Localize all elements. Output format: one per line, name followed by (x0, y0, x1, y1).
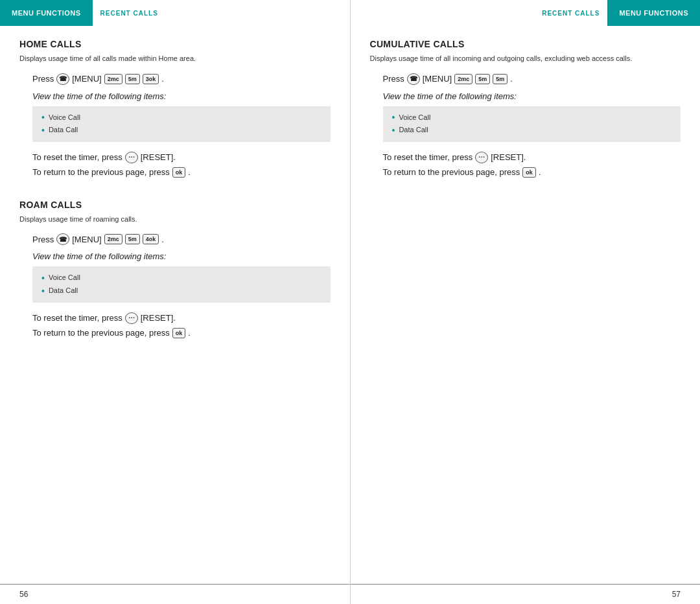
right-page-content: CUMULATIVE CALLS Displays usage time of … (351, 39, 701, 584)
home-action-lines: To reset the timer, press ⋯ [RESET]. To … (32, 150, 331, 180)
cumulative-bullet-data-label: Data Call (399, 124, 428, 137)
home-action2-prefix: To return to the previous page, press (32, 165, 170, 180)
roam-action2: To return to the previous page, press ok… (32, 325, 331, 340)
cumulative-bullet-data: • Data Call (392, 124, 672, 137)
roam-action2-prefix: To return to the previous page, press (32, 325, 170, 340)
roam-calls-bullet-box: • Voice Call • Data Call (32, 266, 331, 303)
roam-calls-section: ROAM CALLS Displays usage time of roamin… (19, 200, 331, 341)
roam-press-period: . (161, 235, 164, 244)
cumulative-action2-suffix: . (539, 165, 541, 180)
home-calls-view-line: View the time of the following items: (32, 91, 331, 101)
home-ok-key: ok (172, 167, 186, 178)
cumulative-calls-press-line: Press ☎ [MENU] 2mc 5m 5m . (383, 73, 681, 85)
roam-bullet-data: • Data Call (41, 285, 321, 297)
roam-reset-key: ⋯ (125, 312, 138, 324)
home-key-2mc: 2mc (104, 74, 122, 84)
cumulative-calls-view-line: View the time of the following items: (383, 91, 681, 101)
home-key-5m: 5m (125, 74, 140, 84)
right-page-footer: 57 (351, 584, 701, 604)
home-menu-label: [MENU] (72, 74, 102, 84)
roam-calls-view-line: View the time of the following items: (32, 251, 331, 261)
roam-bullet-dot-2: • (41, 286, 45, 296)
cumulative-action2-prefix: To return to the previous page, press (383, 165, 520, 180)
roam-key-2mc: 2mc (104, 234, 122, 244)
home-press-prefix: Press (32, 74, 54, 84)
home-reset-key: ⋯ (125, 152, 138, 163)
home-calls-bullet-box: • Voice Call • Data Call (32, 106, 331, 143)
cumulative-ok-key: ok (522, 167, 536, 178)
cumulative-bullet-voice-label: Voice Call (399, 111, 430, 124)
cumulative-key-5m-1: 5m (475, 74, 490, 84)
roam-ok-key: ok (172, 328, 186, 338)
roam-calls-press-line: Press ☎ [MENU] 2mc 5m 4ok . (32, 233, 331, 245)
home-bullet-voice-label: Voice Call (49, 111, 80, 124)
home-calls-press-line: Press ☎ [MENU] 2mc 5m 3ok . (32, 73, 331, 85)
cumulative-key-5m-2: 5m (493, 74, 508, 84)
home-action1-label: [RESET]. (141, 150, 176, 165)
roam-menu-label: [MENU] (72, 235, 102, 244)
menu-functions-tab-right: MENU FUNCTIONS (607, 0, 700, 26)
home-action1-prefix: To reset the timer, press (32, 150, 122, 165)
roam-phone-key: ☎ (56, 233, 69, 245)
home-calls-section: HOME CALLS Displays usage time of all ca… (19, 39, 331, 180)
cumulative-calls-desc: Displays usage time of all incoming and … (370, 53, 681, 64)
cumulative-reset-key: ⋯ (475, 152, 488, 163)
roam-bullet-data-label: Data Call (49, 285, 78, 297)
left-page-footer: 56 (0, 584, 350, 604)
home-calls-title: HOME CALLS (19, 39, 331, 49)
left-page-header: MENU FUNCTIONS RECENT CALLS (0, 0, 350, 26)
roam-action-lines: To reset the timer, press ⋯ [RESET]. To … (32, 310, 331, 341)
roam-press-prefix: Press (32, 235, 54, 244)
roam-action1: To reset the timer, press ⋯ [RESET]. (32, 310, 331, 325)
right-page: RECENT CALLS MENU FUNCTIONS CUMULATIVE C… (351, 0, 701, 604)
home-press-period: . (161, 74, 164, 84)
roam-action2-suffix: . (188, 325, 191, 340)
home-bullet-data-label: Data Call (49, 124, 78, 137)
left-page: MENU FUNCTIONS RECENT CALLS HOME CALLS D… (0, 0, 351, 604)
cumulative-menu-label: [MENU] (423, 74, 452, 84)
left-page-content: HOME CALLS Displays usage time of all ca… (0, 39, 350, 584)
cumulative-action-lines: To reset the timer, press ⋯ [RESET]. To … (383, 150, 681, 180)
roam-key-4ok: 4ok (143, 234, 159, 244)
home-bullet-voice: • Voice Call (41, 111, 321, 124)
roam-bullet-voice: • Voice Call (41, 272, 321, 285)
cumulative-action1-label: [RESET]. (491, 150, 526, 165)
cumulative-action1-prefix: To reset the timer, press (383, 150, 473, 165)
cumulative-key-2mc: 2mc (454, 74, 472, 84)
home-action2-suffix: . (188, 165, 191, 180)
roam-key-5m: 5m (125, 234, 140, 244)
roam-calls-title: ROAM CALLS (19, 200, 331, 210)
cumulative-calls-title: CUMULATIVE CALLS (370, 39, 681, 49)
roam-bullet-dot-1: • (41, 273, 45, 283)
home-bullet-data: • Data Call (41, 124, 321, 137)
pages-container: MENU FUNCTIONS RECENT CALLS HOME CALLS D… (0, 0, 700, 604)
cumulative-calls-bullet-box: • Voice Call • Data Call (383, 106, 681, 143)
home-phone-key: ☎ (56, 73, 69, 85)
roam-calls-desc: Displays usage time of roaming calls. (19, 214, 331, 225)
cumulative-action2: To return to the previous page, press ok… (383, 165, 681, 180)
menu-functions-tab-left: MENU FUNCTIONS (0, 0, 93, 26)
cumulative-press-period: . (510, 74, 513, 84)
home-calls-desc: Displays usage time of all calls made wi… (19, 53, 331, 64)
roam-action1-prefix: To reset the timer, press (32, 310, 122, 325)
home-bullet-dot-1: • (41, 113, 45, 122)
home-bullet-dot-2: • (41, 126, 45, 135)
cumulative-bullet-dot-2: • (392, 126, 395, 135)
right-page-number: 57 (672, 590, 681, 599)
home-action1: To reset the timer, press ⋯ [RESET]. (32, 150, 331, 165)
cumulative-calls-section: CUMULATIVE CALLS Displays usage time of … (370, 39, 681, 180)
left-page-number: 56 (19, 590, 28, 599)
right-page-header: RECENT CALLS MENU FUNCTIONS (351, 0, 701, 26)
roam-action1-label: [RESET]. (141, 310, 176, 325)
cumulative-phone-key: ☎ (407, 73, 420, 85)
roam-bullet-voice-label: Voice Call (49, 272, 80, 285)
cumulative-bullet-voice: • Voice Call (392, 111, 672, 124)
cumulative-press-prefix: Press (383, 74, 404, 84)
recent-calls-label-right: RECENT CALLS (534, 0, 607, 26)
cumulative-bullet-dot-1: • (392, 113, 395, 122)
recent-calls-label-left: RECENT CALLS (93, 0, 166, 26)
home-key-3ok: 3ok (143, 74, 159, 84)
home-action2: To return to the previous page, press ok… (32, 165, 331, 180)
cumulative-action1: To reset the timer, press ⋯ [RESET]. (383, 150, 681, 165)
